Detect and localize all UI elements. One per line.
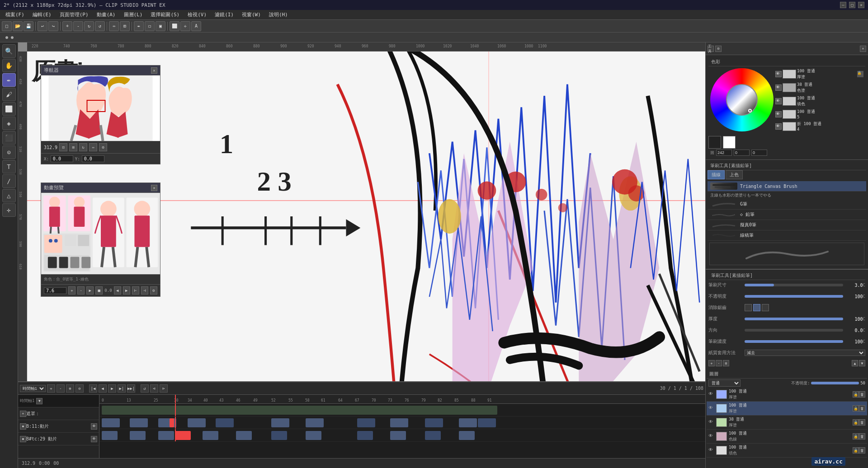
- brush-tab-line[interactable]: 描線: [708, 170, 725, 179]
- layer-move-dn[interactable]: ▼: [859, 360, 865, 366]
- color-g-input[interactable]: [734, 150, 750, 156]
- rotate-ccw-btn[interactable]: ↺: [95, 21, 105, 31]
- zoom-out-btn[interactable]: -: [73, 21, 83, 31]
- eraser-btn2[interactable]: ◻: [145, 21, 155, 31]
- fill-btn2[interactable]: ▣: [156, 21, 165, 31]
- layer-item-4[interactable]: 👁 100 普通 色線 🔒 🗑: [707, 430, 867, 444]
- navigator-header[interactable]: 導航器 ✕: [41, 66, 160, 75]
- rp-tool-btn[interactable]: 工具: [708, 46, 714, 52]
- layer-eye-r5[interactable]: 👁: [775, 123, 782, 130]
- ref-stop[interactable]: ■: [95, 286, 103, 295]
- tl-zoom-out[interactable]: ⊖: [75, 384, 84, 393]
- menu-layer[interactable]: 圖層(L): [120, 10, 146, 19]
- layer-del-btn[interactable]: -: [716, 360, 722, 366]
- tl-zoom-in[interactable]: ⊕: [66, 384, 74, 393]
- layer-copy-btn[interactable]: ⊞: [723, 360, 729, 366]
- tool-line[interactable]: /: [2, 174, 16, 188]
- layer-del-3[interactable]: 🗑: [859, 419, 865, 426]
- tool-hand[interactable]: ✋: [2, 59, 16, 72]
- antialias-off[interactable]: [745, 304, 752, 311]
- background-color[interactable]: [723, 136, 736, 149]
- layer-add-btn[interactable]: +: [708, 360, 715, 366]
- menu-help[interactable]: 說明(H): [265, 10, 292, 19]
- nav-settings-btn[interactable]: ⚙: [99, 143, 107, 151]
- open-btn[interactable]: 📂: [13, 21, 23, 31]
- zoom-reset-btn[interactable]: ⊞: [69, 143, 77, 151]
- ref-zoom-out[interactable]: -: [77, 286, 85, 295]
- track-expand-2[interactable]: ◆: [20, 423, 26, 430]
- tool-move[interactable]: ✛: [2, 203, 16, 217]
- playhead[interactable]: [175, 395, 176, 403]
- brush-tab-color[interactable]: 上色: [726, 170, 743, 179]
- menu-animation[interactable]: 動畫(A): [93, 10, 119, 19]
- track-eye-2[interactable]: 👁: [91, 423, 97, 430]
- tl-loop[interactable]: ↺: [141, 384, 149, 393]
- redo-btn[interactable]: ↪: [48, 21, 58, 31]
- tool-zoom[interactable]: 🔍: [2, 44, 16, 58]
- brush-real0[interactable]: 擬真0筆: [708, 220, 866, 230]
- layer-item-3[interactable]: 👁 38 普通 厚塗 🔒 🗑: [707, 416, 867, 430]
- ref-frame-prev[interactable]: ⊢: [132, 286, 139, 295]
- track-expand-3[interactable]: ◆: [20, 436, 26, 442]
- ref-zoom-in[interactable]: +: [68, 286, 75, 295]
- layer-eye-r4[interactable]: 👁: [775, 111, 782, 117]
- canvas-area[interactable]: 220 740 760 780 800 820 840 860 880 900 …: [18, 42, 705, 381]
- prop-size-slider[interactable]: [745, 284, 843, 286]
- layer-del-5[interactable]: 🗑: [859, 447, 865, 454]
- prop-density-slider[interactable]: [745, 340, 843, 343]
- menu-file[interactable]: 檔案(F): [2, 10, 28, 19]
- tl-del-btn[interactable]: -: [57, 384, 65, 393]
- move-btn[interactable]: ✛: [180, 21, 190, 31]
- layer-lock-1[interactable]: 🔒: [853, 391, 859, 398]
- select-all-btn[interactable]: ⬜: [170, 21, 179, 31]
- flip-h-btn[interactable]: ⇔: [109, 21, 119, 31]
- layer-lock-4[interactable]: 🔒: [853, 433, 859, 440]
- color-wheel-container[interactable]: [710, 68, 774, 131]
- menu-window[interactable]: 視窗(W): [238, 10, 264, 19]
- zoom-in-btn[interactable]: +: [62, 21, 72, 31]
- artwork-canvas[interactable]: 原畫ing...: [27, 51, 705, 381]
- menu-select[interactable]: 選擇範圍(S): [147, 10, 183, 19]
- layer-eye-2[interactable]: 👁: [708, 405, 715, 412]
- tl-add-btn[interactable]: +: [47, 384, 55, 393]
- layer-lock-r1[interactable]: 🔒: [857, 71, 863, 77]
- layer-del-4[interactable]: 🗑: [859, 433, 865, 440]
- layer-eye-4[interactable]: 👁: [708, 433, 715, 440]
- transform-btn[interactable]: ⊞: [120, 21, 130, 31]
- tl-onion-prev[interactable]: ⊲: [150, 384, 158, 393]
- layer-move-up[interactable]: ▲: [852, 360, 858, 366]
- layer-eye-5[interactable]: 👁: [708, 447, 715, 454]
- color-b-input[interactable]: [751, 150, 767, 156]
- antialias-full[interactable]: [762, 304, 769, 311]
- layer-lock-5[interactable]: 🔒: [853, 447, 859, 454]
- tl-onion-next[interactable]: ⊳: [160, 384, 168, 393]
- layer-del-2[interactable]: 🗑: [859, 405, 865, 412]
- layer-eye-3[interactable]: 👁: [708, 419, 715, 426]
- rp-settings-btn[interactable]: ⚙: [715, 46, 722, 52]
- rp-close-btn[interactable]: ✕: [860, 46, 866, 52]
- rotate-cw-btn[interactable]: ↻: [84, 21, 94, 31]
- layer-eye-r2[interactable]: 👁: [775, 84, 782, 91]
- ref-frame-next[interactable]: ⊣: [141, 286, 148, 295]
- layer-lock-3[interactable]: 🔒: [853, 419, 859, 426]
- reference-header[interactable]: 動畫預覽 ✕: [41, 183, 160, 193]
- layer-del-1[interactable]: 🗑: [859, 391, 865, 398]
- new-btn[interactable]: □: [2, 21, 12, 31]
- layer-lock-2[interactable]: 🔒: [853, 405, 859, 412]
- brush-triangle-canvas[interactable]: Triangle Canvas Brush: [708, 181, 866, 192]
- color-wheel[interactable]: [710, 68, 774, 131]
- tool-text[interactable]: T: [2, 160, 16, 173]
- menu-page[interactable]: 頁面管理(P): [56, 10, 92, 19]
- tl-play[interactable]: ▶: [108, 384, 116, 393]
- tool-shape[interactable]: △: [2, 189, 16, 202]
- tl-next[interactable]: ▶|: [118, 384, 126, 393]
- tl-first[interactable]: |◀: [89, 384, 97, 393]
- close-btn[interactable]: ✕: [858, 2, 864, 8]
- tool-select[interactable]: ⬛: [2, 131, 16, 145]
- prop-thickness-slider[interactable]: [745, 318, 843, 320]
- menu-edit[interactable]: 編輯(E): [29, 10, 55, 19]
- menu-filter[interactable]: 濾鏡(I): [211, 10, 237, 19]
- ref-next[interactable]: ▶: [123, 286, 130, 295]
- pen-btn[interactable]: ✒: [134, 21, 144, 31]
- layer-eye-r3[interactable]: 👁: [775, 98, 782, 104]
